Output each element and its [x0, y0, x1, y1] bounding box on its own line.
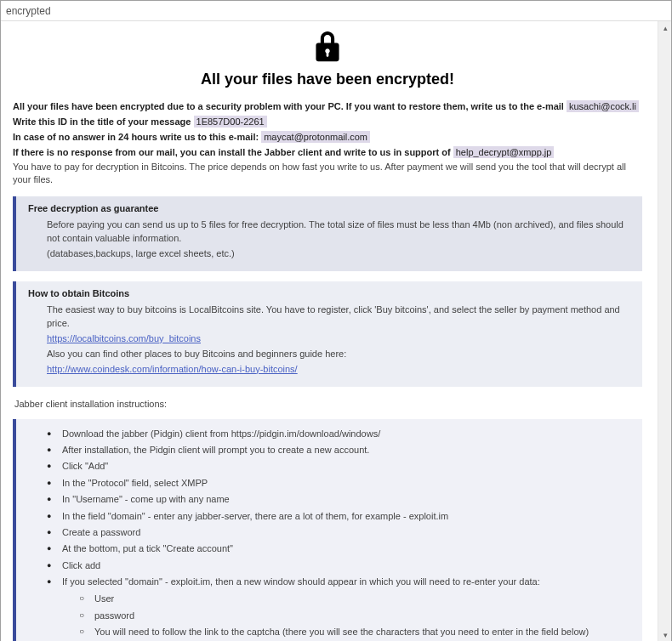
sublist-item: User [79, 591, 634, 607]
scroll-down-icon[interactable]: ▾ [658, 628, 671, 641]
list-item: Download the jabber (Pidgin) client from… [47, 426, 634, 442]
scroll-up-icon[interactable]: ▴ [658, 21, 671, 35]
free-text-1: Before paying you can send us up to 5 fi… [47, 218, 634, 246]
jabber-section-title: Jabber client installation instructions: [14, 399, 642, 409]
scrollbar[interactable]: ▴ ▾ [658, 21, 671, 641]
page-title: All your files have been encrypted! [13, 71, 642, 88]
email-primary: kusachi@cock.li [567, 100, 639, 112]
list-item: At the bottom, put a tick "Create accoun… [47, 541, 634, 557]
list-item: After installation, the Pidgin client wi… [47, 442, 634, 458]
list-item: In the field "domain" - enter any jabber… [47, 508, 634, 525]
intro-line1: All your files have been encrypted due t… [13, 101, 564, 111]
jabber-list: Download the jabber (Pidgin) client from… [28, 426, 634, 641]
sublist-item: You will need to follow the link to the … [79, 624, 634, 640]
panel-body: The easiest way to buy bitcoins is Local… [28, 303, 634, 377]
obtain-text-2: Also you can find other places to buy Bi… [47, 348, 634, 361]
panel-title: How to obtain Bitcoins [28, 288, 634, 298]
jabber-sublist: User password You will need to follow th… [62, 591, 634, 640]
content: All your files have been encrypted! All … [1, 21, 658, 641]
intro-line4: If there is no response from our mail, y… [13, 147, 451, 157]
intro-line3: In case of no answer in 24 hours write u… [13, 132, 259, 142]
link-coindesk[interactable]: http://www.coindesk.com/information/how-… [47, 364, 298, 374]
sublist-item: password [79, 608, 634, 624]
list-item: In the "Protocol" field, select XMPP [47, 475, 634, 491]
window: encrypted ▴ ▾ All your files have been e… [0, 0, 672, 641]
list-item: In "Username" - come up with any name [47, 491, 634, 508]
window-body: ▴ ▾ All your files have been encrypted! … [1, 21, 671, 641]
window-title: encrypted [6, 5, 51, 17]
link-localbitcoins[interactable]: https://localbitcoins.com/buy_bitcoins [47, 333, 201, 343]
titlebar[interactable]: encrypted [1, 1, 671, 21]
victim-id: 1E857D00-2261 [194, 116, 267, 128]
intro-block: All your files have been encrypted due t… [13, 100, 642, 186]
intro-line2: Write this ID in the title of your messa… [13, 116, 191, 127]
intro-footer: You have to pay for decryption in Bitcoi… [13, 161, 642, 186]
list-item: Click add [47, 558, 634, 574]
panel-free-decryption: Free decryption as guarantee Before payi… [13, 196, 642, 271]
panel-title: Free decryption as guarantee [28, 203, 634, 213]
list-item: Click "Add" [47, 458, 634, 474]
obtain-text-1: The easiest way to buy bitcoins is Local… [47, 303, 634, 331]
list-item: Create a password [47, 525, 634, 541]
lock-icon [313, 31, 342, 64]
list-item: If you selected "domain" - exploit.im, t… [47, 574, 634, 641]
panel-body: Before paying you can send us up to 5 fi… [28, 218, 634, 261]
panel-jabber-instructions: Download the jabber (Pidgin) client from… [13, 419, 642, 641]
list-item-text: If you selected "domain" - exploit.im, t… [62, 576, 540, 587]
free-text-2: (databases,backups, large excel sheets, … [47, 247, 634, 261]
panel-obtain-bitcoins: How to obtain Bitcoins The easiest way t… [13, 281, 642, 387]
jabber-address: help_decrypt@xmpp.jp [453, 146, 555, 158]
lock-row [13, 31, 642, 65]
email-secondary: maycat@protonmail.com [261, 131, 370, 143]
